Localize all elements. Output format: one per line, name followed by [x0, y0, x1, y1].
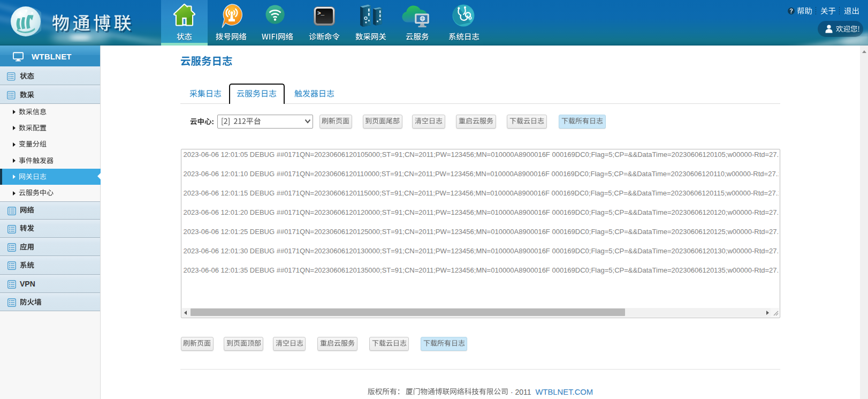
svg-text:>_: >_	[317, 10, 325, 17]
